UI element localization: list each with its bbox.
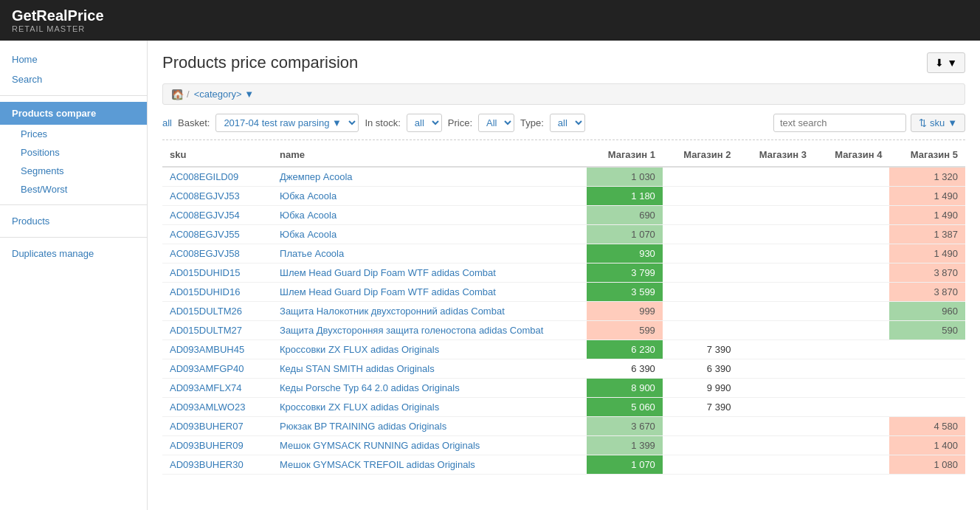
cell-price: 1 490 bbox=[889, 206, 965, 225]
sidebar-products[interactable]: Products bbox=[0, 211, 147, 231]
cell-name[interactable]: Рюкзак BP TRAINING adidas Originals bbox=[272, 417, 587, 436]
cell-name[interactable]: Кеды Porsche Typ 64 2.0 adidas Originals bbox=[272, 379, 587, 398]
cell-price: 6 390 bbox=[663, 359, 739, 379]
cell-price bbox=[663, 283, 739, 302]
cell-sku[interactable]: AC008EGJVJ53 bbox=[162, 187, 272, 206]
cell-name[interactable]: Юбка Acoola bbox=[272, 187, 587, 206]
sidebar-products-compare[interactable]: Products compare bbox=[0, 102, 147, 125]
cell-price bbox=[814, 302, 890, 321]
filter-bar: all Basket: 2017-04 test raw parsing ▼ I… bbox=[162, 114, 965, 132]
cell-name[interactable]: Джемпер Acoola bbox=[272, 167, 587, 187]
cell-price: 6 230 bbox=[587, 340, 663, 359]
cell-name[interactable]: Юбка Acoola bbox=[272, 225, 587, 244]
app-sub: RETAIL MASTER bbox=[12, 24, 85, 33]
page-title-row: Products price comparision ⬇ ▼ bbox=[162, 52, 965, 73]
sidebar-duplicates[interactable]: Duplicates manage bbox=[0, 244, 147, 263]
cell-price bbox=[814, 283, 890, 302]
cell-name[interactable]: Кроссовки ZX FLUX adidas Originals bbox=[272, 398, 587, 417]
cell-price: 3 799 bbox=[587, 263, 663, 283]
col-sku: sku bbox=[162, 143, 272, 167]
col-m2: Магазин 2 bbox=[663, 143, 739, 167]
sidebar-segments[interactable]: Segments bbox=[0, 162, 147, 180]
in-stock-label: In stock: bbox=[365, 117, 400, 128]
sort-button[interactable]: ⇅ sku ▼ bbox=[911, 114, 965, 132]
cell-sku[interactable]: AC008EGJVJ54 bbox=[162, 206, 272, 225]
cell-price bbox=[738, 398, 814, 417]
cell-price bbox=[814, 263, 890, 283]
chevron-down-icon: ▼ bbox=[947, 57, 957, 69]
cell-price bbox=[889, 359, 965, 379]
cell-price: 1 030 bbox=[587, 167, 663, 187]
cell-sku[interactable]: AD015DUHID15 bbox=[162, 263, 272, 283]
cell-price bbox=[738, 302, 814, 321]
table-row: AC008EGJVJ58Платье Acoola9301 490 bbox=[162, 244, 965, 263]
cell-name[interactable]: Юбка Acoola bbox=[272, 206, 587, 225]
cell-price bbox=[738, 167, 814, 187]
cell-name[interactable]: Шлем Head Guard Dip Foam WTF adidas Comb… bbox=[272, 263, 587, 283]
table-row: AD015DULTM27Защита Двухсторонняя защита … bbox=[162, 321, 965, 340]
filter-all[interactable]: all bbox=[162, 117, 172, 128]
table-row: AD015DUHID16Шлем Head Guard Dip Foam WTF… bbox=[162, 283, 965, 302]
cell-name[interactable]: Шлем Head Guard Dip Foam WTF adidas Comb… bbox=[272, 283, 587, 302]
cell-sku[interactable]: AC008EGILD09 bbox=[162, 167, 272, 187]
basket-select[interactable]: 2017-04 test raw parsing ▼ bbox=[215, 114, 359, 132]
table-row: AC008EGJVJ55Юбка Acoola1 0701 387 bbox=[162, 225, 965, 244]
cell-name[interactable]: Кеды STAN SMITH adidas Originals bbox=[272, 359, 587, 379]
breadcrumb-category[interactable]: <category> ▼ bbox=[194, 89, 255, 100]
cell-price bbox=[814, 321, 890, 340]
cell-price bbox=[663, 206, 739, 225]
cell-sku[interactable]: AD093AMBUH45 bbox=[162, 340, 272, 359]
export-button[interactable]: ⬇ ▼ bbox=[927, 52, 965, 73]
cell-sku[interactable]: AD015DUHID16 bbox=[162, 283, 272, 302]
col-m4: Магазин 4 bbox=[814, 143, 890, 167]
cell-sku[interactable]: AD093AMFGP40 bbox=[162, 359, 272, 379]
cell-price: 1 399 bbox=[587, 436, 663, 455]
cell-price bbox=[663, 263, 739, 283]
cell-price: 8 900 bbox=[587, 379, 663, 398]
cell-sku[interactable]: AD015DULTM27 bbox=[162, 321, 272, 340]
cell-sku[interactable]: AD015DULTM26 bbox=[162, 302, 272, 321]
sidebar-home[interactable]: Home bbox=[0, 49, 147, 69]
home-icon[interactable]: 🏠 bbox=[172, 89, 182, 100]
cell-price: 3 599 bbox=[587, 283, 663, 302]
cell-name[interactable]: Защита Двухсторонняя защита голеностопа … bbox=[272, 321, 587, 340]
cell-price bbox=[814, 340, 890, 359]
cell-price: 7 390 bbox=[663, 398, 739, 417]
sidebar-prices[interactable]: Prices bbox=[0, 125, 147, 143]
cell-name[interactable]: Мешок GYMSACK TREFOIL adidas Originals bbox=[272, 455, 587, 475]
sidebar-search[interactable]: Search bbox=[0, 69, 147, 89]
cell-price: 3 870 bbox=[889, 263, 965, 283]
cell-sku[interactable]: AD093BUHER09 bbox=[162, 436, 272, 455]
price-select[interactable]: All bbox=[478, 114, 514, 132]
cell-price: 1 070 bbox=[587, 455, 663, 475]
cell-name[interactable]: Кроссовки ZX FLUX adidas Originals bbox=[272, 340, 587, 359]
cell-name[interactable]: Мешок GYMSACK RUNNING adidas Originals bbox=[272, 436, 587, 455]
sidebar-positions[interactable]: Positions bbox=[0, 143, 147, 162]
cell-price bbox=[738, 263, 814, 283]
cell-sku[interactable]: AD093BUHER30 bbox=[162, 455, 272, 475]
sidebar-best-worst[interactable]: Best/Worst bbox=[0, 180, 147, 199]
cell-price: 1 180 bbox=[587, 187, 663, 206]
cell-price bbox=[814, 455, 890, 475]
table-row: AC008EGJVJ53Юбка Acoola1 1801 490 bbox=[162, 187, 965, 206]
cell-name[interactable]: Защита Налокотник двухсторонний adidas C… bbox=[272, 302, 587, 321]
cell-sku[interactable]: AD093AMFLX74 bbox=[162, 379, 272, 398]
cell-price: 930 bbox=[587, 244, 663, 263]
table-row: AD093AMBUH45Кроссовки ZX FLUX adidas Ori… bbox=[162, 340, 965, 359]
cell-price bbox=[663, 321, 739, 340]
cell-sku[interactable]: AD093BUHER07 bbox=[162, 417, 272, 436]
type-select[interactable]: all bbox=[550, 114, 585, 132]
cell-sku[interactable]: AC008EGJVJ58 bbox=[162, 244, 272, 263]
cell-name[interactable]: Платье Acoola bbox=[272, 244, 587, 263]
in-stock-select[interactable]: all bbox=[407, 114, 442, 132]
cell-price bbox=[738, 225, 814, 244]
cell-price bbox=[663, 436, 739, 455]
price-label: Price: bbox=[448, 117, 472, 128]
cell-price bbox=[889, 340, 965, 359]
type-label: Type: bbox=[520, 117, 544, 128]
search-input[interactable] bbox=[773, 114, 906, 132]
cell-sku[interactable]: AC008EGJVJ55 bbox=[162, 225, 272, 244]
app-brand: GetRealPrice bbox=[12, 7, 104, 24]
cell-sku[interactable]: AD093AMLWO23 bbox=[162, 398, 272, 417]
cell-price bbox=[889, 379, 965, 398]
